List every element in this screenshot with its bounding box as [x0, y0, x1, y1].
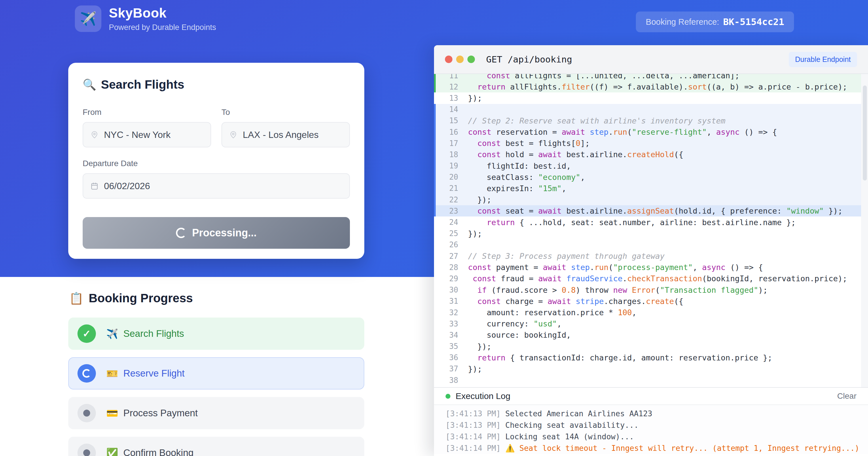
code-line-23: 23 const seat = await best.airline.assig… [434, 205, 868, 217]
code-line-37: 37}); [434, 363, 868, 374]
code-line-32: 32 amount: reservation.price * 100, [434, 307, 868, 318]
code-text: flightId: best.id, [468, 162, 571, 170]
log-entry: [3:41:13 PM] Selected American Airlines … [445, 408, 857, 419]
code-line-27: 27// Step 3: Process payment through gat… [434, 251, 868, 262]
progress-step-search-flights: ✓✈️Search Flights [68, 318, 364, 350]
code-panel: GET /api/booking Durable Endpoint 11 con… [434, 45, 868, 456]
clipboard-icon: 📋 [69, 292, 84, 305]
line-number: 22 [434, 195, 468, 204]
from-label: From [83, 108, 211, 117]
departure-date-value: 06/02/2026 [104, 181, 150, 191]
code-text: expiresIn: "15m", [468, 184, 566, 193]
line-number: 14 [434, 105, 468, 114]
code-line-16: 16const reservation = await step.run("re… [434, 126, 868, 138]
code-text: return allFlights.filter((f) => f.availa… [468, 82, 847, 91]
step-emoji-icon: ✈️ [106, 328, 118, 339]
app-logo: ✈️ [75, 5, 101, 32]
log-entry-warning: [3:41:14 PM] ⚠️ Seat lock timeout - Inng… [445, 443, 857, 454]
spinner-circle-icon [78, 364, 96, 383]
search-card-title-text: Search Flights [101, 78, 184, 92]
code-text: const charge = await stripe.charges.crea… [468, 297, 683, 306]
search-flights-card: 🔍 Search Flights From NYC - New York To … [68, 63, 364, 259]
to-input[interactable]: LAX - Los Angeles [221, 122, 350, 148]
from-input[interactable]: NYC - New York [83, 122, 211, 148]
code-text: const allFlights = [...united, ...delta,… [468, 74, 740, 80]
code-line-18: 18 const hold = await best.airline.creat… [434, 149, 868, 160]
to-value: LAX - Los Angeles [243, 130, 318, 140]
code-text: // Step 2: Reserve seat with airline's i… [468, 116, 725, 125]
line-number: 18 [434, 150, 468, 159]
app-tagline: Powered by Durable Endpoints [109, 23, 216, 32]
code-line-29: 29 const fraud = await fraudService.chec… [434, 273, 868, 284]
log-message: Locking seat 14A (window)... [505, 432, 634, 441]
code-text: }); [468, 229, 482, 238]
code-text: }); [468, 94, 482, 102]
code-text: const seat = await best.airline.assignSe… [468, 206, 842, 215]
booking-reference-badge: Booking Reference: BK-5154cc21 [636, 11, 794, 32]
log-message: Selected American Airlines AA123 [505, 409, 652, 418]
search-card-title: 🔍 Search Flights [83, 78, 350, 92]
booking-reference-label: Booking Reference: [646, 17, 719, 27]
pending-circle-icon [78, 404, 96, 422]
log-message: Checking seat availability... [505, 421, 639, 429]
window-maximize-icon [467, 56, 475, 63]
execution-log-header: Execution Log Clear [434, 387, 868, 405]
line-number: 19 [434, 162, 468, 170]
code-text: // Step 4: Confirm booking [468, 387, 590, 387]
endpoint-title: GET /api/booking [486, 54, 572, 64]
calendar-icon [90, 182, 99, 190]
code-line-14: 14 [434, 104, 868, 115]
code-text: amount: reservation.price * 100, [468, 308, 637, 317]
line-number: 37 [434, 364, 468, 373]
departure-date-input[interactable]: 06/02/2026 [83, 173, 350, 199]
code-line-26: 26 [434, 239, 868, 251]
code-text: const best = flights[0]; [468, 139, 590, 148]
code-line-34: 34 source: bookingId, [434, 329, 868, 340]
line-number: 31 [434, 297, 468, 305]
booking-reference-value: BK-5154cc21 [723, 17, 784, 27]
line-number: 23 [434, 207, 468, 215]
line-number: 16 [434, 128, 468, 136]
line-number: 32 [434, 308, 468, 317]
skybook-app: ✈️ SkyBook Powered by Durable Endpoints … [0, 0, 868, 456]
durable-endpoint-badge: Durable Endpoint [789, 52, 857, 67]
progress-step-process-payment: 💳Process Payment [68, 397, 364, 429]
line-number: 28 [434, 263, 468, 272]
code-text: }); [468, 195, 491, 204]
execution-log-body: [3:41:13 PM] Selected American Airlines … [434, 405, 868, 454]
code-line-31: 31 const charge = await stripe.charges.c… [434, 296, 868, 307]
code-editor: 11 const allFlights = [...united, ...del… [434, 74, 868, 387]
code-text: }); [468, 342, 491, 351]
step-emoji-icon: 💳 [106, 408, 118, 419]
airplane-logo-icon: ✈️ [80, 11, 96, 27]
line-number: 34 [434, 331, 468, 339]
search-submit-button[interactable]: Processing... [83, 217, 350, 249]
window-close-icon [445, 56, 453, 63]
progress-step-label: ✅Confirm Booking [106, 447, 193, 456]
code-scrollbar-track[interactable] [861, 74, 868, 387]
code-line-33: 33 currency: "usd", [434, 318, 868, 329]
code-text: source: bookingId, [468, 330, 571, 339]
log-timestamp: [3:41:13 PM] [445, 409, 505, 418]
code-text: const reservation = await step.run("rese… [468, 128, 777, 136]
progress-step-label: 🎫Reserve Flight [106, 368, 185, 379]
code-line-20: 20 seatClass: "economy", [434, 171, 868, 183]
progress-step-label: ✈️Search Flights [106, 328, 184, 339]
status-dot-icon [445, 394, 451, 399]
line-number: 27 [434, 252, 468, 261]
execution-log-title: Execution Log [456, 391, 510, 401]
clear-log-button[interactable]: Clear [837, 392, 857, 401]
code-line-24: 24 return { ...hold, seat: seat.number, … [434, 217, 868, 228]
code-line-30: 30 if (fraud.score > 0.8) throw new Erro… [434, 285, 868, 296]
code-text: const fraud = await fraudService.checkTr… [468, 274, 847, 283]
log-timestamp: [3:41:13 PM] [445, 421, 505, 429]
log-message: ⚠️ Seat lock timeout - Inngest will retr… [505, 444, 859, 453]
line-number: 26 [434, 240, 468, 249]
line-number: 33 [434, 320, 468, 328]
booking-progress-list: ✓✈️Search Flights🎫Reserve Flight💳Process… [68, 318, 364, 456]
log-entry: [3:41:13 PM] Checking seat availability.… [445, 419, 857, 431]
app-name: SkyBook [109, 5, 216, 21]
code-scrollbar-thumb[interactable] [863, 86, 867, 181]
step-emoji-icon: 🎫 [106, 368, 118, 379]
line-number: 15 [434, 116, 468, 125]
